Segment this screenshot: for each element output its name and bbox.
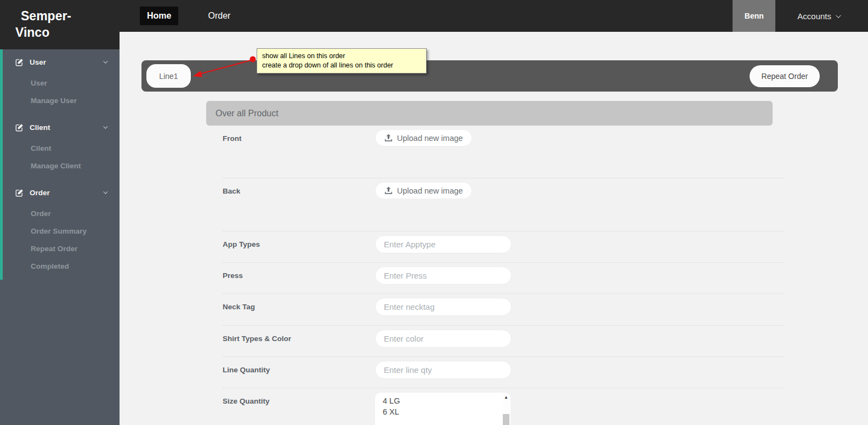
sidebar-section-label: Order (30, 189, 50, 197)
main-content: Line1 Repeat Order show all Lines on thi… (120, 32, 868, 425)
field-label: Back (222, 182, 375, 200)
pencil-square-icon (15, 58, 24, 66)
shirt-color-input[interactable] (375, 330, 512, 348)
field-label: Press (222, 267, 375, 285)
sidebar: Semper- Vinco User User Manage User Clie… (0, 0, 120, 425)
press-input[interactable] (375, 267, 512, 285)
field-label: Front (222, 129, 375, 148)
line-selector-bar: Line1 Repeat Order (141, 60, 838, 92)
accounts-label: Accounts (797, 12, 831, 21)
upload-button-label: Upload new image (397, 134, 463, 143)
form-row-shirt-types: Shirt Types & Color (222, 326, 784, 357)
chevron-down-icon (836, 13, 841, 18)
sidebar-item-repeat-order[interactable]: Repeat Order (0, 240, 120, 258)
upload-back-button[interactable]: Upload new image (375, 182, 472, 199)
chevron-down-icon (103, 124, 107, 128)
annotation-note: show all Lines on this order create a dr… (257, 48, 427, 73)
repeat-order-button[interactable]: Repeat Order (750, 65, 820, 87)
size-quantity-items: 2 MD 4 LG 6 XL (383, 393, 510, 417)
sidebar-item-client[interactable]: Cilent (0, 140, 120, 157)
field-label: Size Quantity (222, 392, 375, 410)
sidebar-group-client: Cilent Manage Client (0, 140, 120, 175)
scrollbar-thumb[interactable] (503, 414, 509, 425)
size-quantity-listbox[interactable]: 2 MD 4 LG 6 XL ▲ (375, 393, 510, 425)
product-form: Front Upload new image Back Upload new i… (222, 126, 784, 425)
nav-tab-home[interactable]: Home (140, 7, 178, 25)
form-row-app-types: App Types (222, 231, 784, 263)
apptype-input[interactable] (375, 235, 512, 253)
sidebar-accent-strip (0, 49, 3, 280)
upload-icon (384, 186, 393, 195)
list-item[interactable]: 6 XL (383, 406, 510, 417)
panel-title: Over all Product (215, 109, 279, 118)
sidebar-item-user[interactable]: User (0, 75, 120, 92)
sidebar-item-manage-user[interactable]: Manage User (0, 92, 120, 110)
annotation-line1: show all Lines on this order (262, 52, 421, 61)
field-label: Neck Tag (222, 298, 375, 316)
user-button[interactable]: Benn (733, 0, 775, 32)
upload-front-button[interactable]: Upload new image (375, 129, 472, 146)
navbar-right: Benn Accounts (733, 0, 868, 32)
line-qty-input[interactable] (375, 361, 512, 379)
form-row-press: Press (222, 263, 784, 294)
necktag-input[interactable] (375, 298, 512, 316)
chevron-down-icon (103, 59, 107, 63)
sidebar-item-order-summary[interactable]: Order Summary (0, 223, 120, 240)
field-label: App Types (222, 235, 375, 253)
nav-tab-order[interactable]: Order (201, 7, 237, 25)
accounts-menu[interactable]: Accounts (797, 12, 839, 21)
field-label: Line Quantity (222, 361, 375, 379)
annotation-line2: create a drop down of all lines on this … (262, 61, 421, 70)
top-navbar: Home Order Benn Accounts (120, 0, 868, 32)
field-label: Shirt Types & Color (222, 330, 375, 348)
form-row-neck-tag: Neck Tag (222, 294, 784, 326)
brand-line2: Vinco (0, 24, 120, 41)
sidebar-item-manage-client[interactable]: Manage Client (0, 157, 120, 175)
form-row-front: Front Upload new image (222, 126, 784, 178)
sidebar-group-user: User Manage User (0, 75, 120, 110)
list-item[interactable]: 4 LG (383, 395, 510, 406)
form-row-size-quantity: Size Quantity 2 MD 4 LG 6 XL ▲ (222, 388, 784, 425)
form-row-line-quantity: Line Quantity (222, 357, 784, 388)
listbox-scrollbar[interactable]: ▲ (502, 393, 510, 425)
panel-header: Over all Product (206, 101, 773, 126)
pencil-square-icon (15, 189, 24, 197)
sidebar-section-label: Client (30, 123, 50, 132)
scroll-up-arrow-icon[interactable]: ▲ (502, 393, 510, 401)
upload-icon (384, 134, 393, 142)
pencil-square-icon (15, 123, 24, 132)
brand-logo[interactable]: Semper- Vinco (0, 0, 120, 49)
upload-button-label: Upload new image (397, 186, 463, 195)
sidebar-item-order[interactable]: Order (0, 205, 120, 223)
sidebar-group-order: Order Order Summary Repeat Order Complet… (0, 205, 120, 275)
chevron-down-icon (103, 189, 107, 194)
sidebar-nav: User User Manage User Client Cilent Mana… (0, 49, 120, 275)
brand-line1: Semper- (0, 8, 120, 24)
sidebar-item-completed[interactable]: Completed (0, 258, 120, 275)
sidebar-section-label: User (30, 58, 46, 66)
form-row-back: Back Upload new image (222, 178, 784, 231)
sidebar-section-order[interactable]: Order (0, 187, 120, 198)
sidebar-section-client[interactable]: Client (0, 122, 120, 133)
sidebar-section-user[interactable]: User (0, 56, 120, 67)
line1-button[interactable]: Line1 (146, 64, 191, 88)
